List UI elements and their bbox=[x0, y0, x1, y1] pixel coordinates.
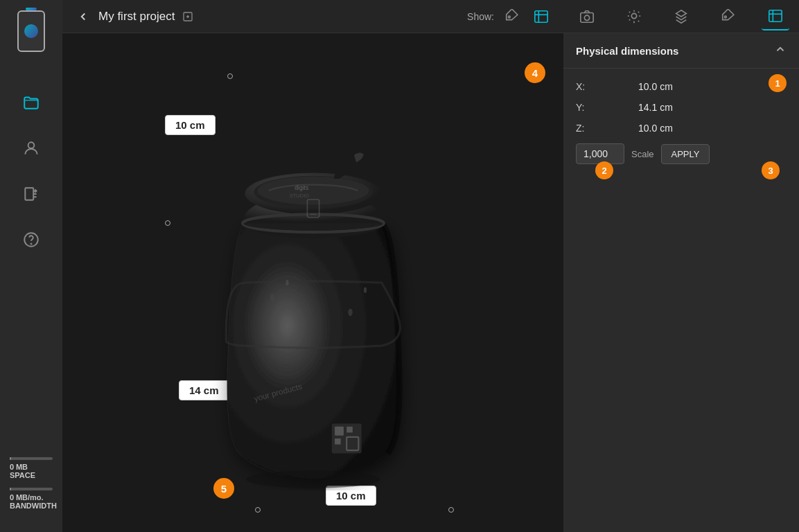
svg-rect-1 bbox=[25, 188, 33, 200]
svg-point-5 bbox=[509, 16, 511, 18]
space-value: 0 bbox=[10, 463, 14, 471]
svg-text:STUDIO: STUDIO bbox=[289, 193, 309, 199]
y-value: 14.1 cm bbox=[638, 102, 673, 113]
dimension-z-row: Z: 10.0 cm bbox=[576, 123, 787, 134]
sidebar-nav bbox=[19, 69, 44, 450]
svg-point-18 bbox=[270, 294, 274, 301]
panel-toolbar bbox=[563, 0, 799, 33]
sidebar: 0 MB SPACE 0 MB/mo. BANDWIDTH bbox=[0, 0, 62, 532]
tag-view-button[interactable] bbox=[501, 6, 523, 28]
viewport[interactable]: 10 cm 14 cm 10 cm bbox=[62, 33, 563, 532]
topbar-icons bbox=[501, 6, 552, 28]
sidebar-item-user[interactable] bbox=[19, 136, 44, 161]
z-label: Z: bbox=[576, 123, 638, 134]
x-label: X: bbox=[576, 81, 638, 92]
svg-rect-25 bbox=[335, 427, 344, 436]
sidebar-bottom: 0 MB SPACE 0 MB/mo. BANDWIDTH bbox=[0, 450, 62, 525]
svg-point-19 bbox=[286, 280, 288, 286]
sidebar-item-export[interactable] bbox=[19, 181, 44, 206]
svg-point-0 bbox=[28, 142, 35, 148]
apply-button[interactable]: APPLY bbox=[661, 144, 710, 164]
space-storage: 0 MB SPACE bbox=[10, 457, 53, 479]
section-title: Physical dimensions bbox=[576, 45, 678, 57]
topbar: My first project Show: bbox=[62, 0, 563, 33]
camera-tool-button[interactable] bbox=[573, 3, 601, 30]
material-tool-button[interactable] bbox=[667, 3, 695, 30]
y-label: Y: bbox=[576, 102, 638, 113]
bandwidth-value: 0 bbox=[10, 493, 14, 502]
back-button[interactable] bbox=[73, 7, 93, 26]
svg-rect-27 bbox=[335, 438, 341, 445]
panel-content: X: 10.0 cm Y: 14.1 cm Z: 10.0 cm 1 Scale… bbox=[563, 69, 799, 532]
layers-view-button[interactable] bbox=[530, 6, 552, 28]
dimensions-tool-button[interactable] bbox=[762, 3, 789, 30]
svg-point-20 bbox=[348, 309, 352, 317]
badge-4: 4 bbox=[525, 62, 545, 83]
svg-point-21 bbox=[363, 287, 366, 293]
show-label: Show: bbox=[467, 11, 494, 22]
dot-marker-3 bbox=[255, 507, 261, 513]
svg-text:digits: digits bbox=[295, 184, 308, 191]
scale-input[interactable] bbox=[576, 143, 624, 164]
badge-1: 1 bbox=[769, 74, 787, 92]
badge-2: 2 bbox=[595, 161, 613, 179]
dimension-x-row: X: 10.0 cm bbox=[576, 81, 787, 92]
svg-point-31 bbox=[584, 15, 589, 20]
svg-rect-26 bbox=[346, 427, 353, 433]
main-area: My first project Show: bbox=[62, 0, 563, 532]
x-value: 10.0 cm bbox=[638, 81, 673, 92]
collapse-button[interactable] bbox=[774, 43, 787, 58]
3d-object-display: 10 cm 14 cm 10 cm bbox=[62, 33, 563, 532]
svg-point-12 bbox=[257, 177, 369, 205]
badge-3: 3 bbox=[762, 161, 780, 179]
dot-marker-4 bbox=[448, 507, 454, 513]
tag-tool-button[interactable] bbox=[714, 3, 742, 30]
cup-3d-model: digits STUDIO your products bbox=[157, 75, 469, 490]
lighting-tool-button[interactable] bbox=[620, 3, 648, 30]
app-logo bbox=[10, 7, 52, 55]
svg-point-3 bbox=[30, 243, 31, 244]
dimension-y-row: Y: 14.1 cm bbox=[576, 102, 787, 113]
edit-title-button[interactable] bbox=[181, 10, 195, 24]
project-title: My first project bbox=[98, 10, 175, 24]
svg-point-32 bbox=[631, 13, 636, 18]
svg-rect-6 bbox=[535, 10, 547, 22]
scale-label: Scale bbox=[631, 149, 654, 159]
svg-point-29 bbox=[246, 470, 380, 488]
z-value: 10.0 cm bbox=[638, 123, 673, 134]
right-panel: Physical dimensions X: 10.0 cm Y: 14.1 c… bbox=[563, 0, 799, 532]
sidebar-item-folder[interactable] bbox=[19, 90, 44, 115]
svg-point-33 bbox=[725, 16, 727, 18]
svg-rect-34 bbox=[769, 10, 782, 21]
sidebar-item-help[interactable] bbox=[19, 227, 44, 252]
bandwidth-storage: 0 MB/mo. BANDWIDTH bbox=[10, 488, 53, 510]
section-header: Physical dimensions bbox=[563, 33, 799, 69]
badge-5: 5 bbox=[213, 478, 234, 499]
svg-point-22 bbox=[296, 301, 299, 308]
